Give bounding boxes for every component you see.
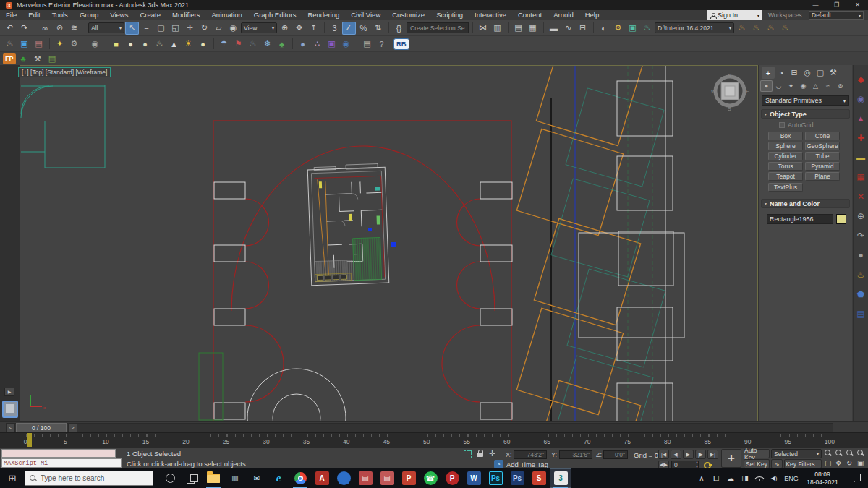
vray-delete-icon[interactable]: ✕ bbox=[854, 187, 867, 206]
camera-target-icon[interactable]: ⊕ bbox=[854, 206, 867, 226]
scene-converter-icon[interactable]: ⚙ bbox=[67, 38, 81, 51]
frame-spinner[interactable]: ▴▾ bbox=[696, 460, 698, 468]
task-view-icon[interactable] bbox=[181, 468, 203, 488]
clipboard-icon[interactable]: ▤ bbox=[360, 38, 374, 51]
edit-named-selection-sets-icon[interactable]: {} bbox=[392, 22, 406, 35]
render-shortcut-icon-2[interactable]: ♨ bbox=[749, 22, 763, 35]
wire-sphere-icon[interactable]: ◉ bbox=[854, 89, 867, 108]
layout-tab-arrow-button[interactable]: ▶ bbox=[4, 388, 14, 396]
menu-item[interactable]: Customize bbox=[386, 10, 430, 20]
add-key-plus-button[interactable]: + bbox=[721, 449, 741, 468]
select-and-move-icon[interactable]: ✛ bbox=[183, 22, 197, 35]
create-tab[interactable]: + bbox=[762, 67, 775, 79]
render-setup-icon[interactable]: ⚙ bbox=[611, 22, 625, 35]
viewport-label[interactable]: [+] [Top] [Standard] [Wireframe] bbox=[18, 67, 111, 77]
playback-button[interactable]: |▶ bbox=[695, 450, 706, 459]
tablet-mode-icon[interactable]: ⧠ bbox=[709, 474, 723, 483]
minimize-button[interactable]: — bbox=[805, 0, 826, 10]
start-button[interactable]: ⊞ bbox=[0, 468, 25, 488]
object-type-button[interactable]: Torus bbox=[768, 162, 803, 171]
render-shortcut-icon-1[interactable]: ♨ bbox=[735, 22, 749, 35]
schematic-view-icon[interactable]: ⊟ bbox=[576, 22, 590, 35]
sign-in-button[interactable]: Sign In ▾ bbox=[707, 10, 762, 20]
toggle-layer-explorer-icon[interactable]: ▦ bbox=[526, 22, 540, 35]
align-icon[interactable]: ▥ bbox=[490, 22, 504, 35]
curve-editor-icon[interactable]: ∿ bbox=[561, 22, 575, 35]
yellow-teapot-icon[interactable]: ♨ bbox=[854, 265, 867, 284]
camera-sequencer-icon[interactable]: ◉ bbox=[88, 38, 102, 51]
trees-icon[interactable]: ♣ bbox=[17, 52, 30, 65]
powerpoint-icon[interactable]: P bbox=[398, 468, 420, 488]
photoshop-blue-icon[interactable]: Ps bbox=[506, 468, 528, 488]
cone-primitive-icon[interactable]: ▲ bbox=[167, 38, 181, 51]
object-type-button[interactable]: Pyramid bbox=[805, 162, 840, 171]
object-type-button[interactable]: Cylinder bbox=[768, 152, 803, 160]
select-and-scale-icon[interactable]: ▱ bbox=[212, 22, 226, 35]
menu-item[interactable]: Views bbox=[104, 10, 134, 20]
object-color-swatch[interactable] bbox=[836, 214, 846, 224]
playback-button[interactable]: |◀ bbox=[658, 450, 669, 459]
select-object-icon[interactable]: ↖ bbox=[125, 22, 139, 35]
pinterest-icon[interactable]: P bbox=[441, 468, 463, 488]
mesh-triangle-icon[interactable]: ▲ bbox=[854, 108, 867, 128]
render-shortcut-icon-3[interactable]: ♨ bbox=[764, 22, 778, 35]
object-list-icon[interactable]: ▤ bbox=[46, 52, 59, 65]
vray-add-icon[interactable]: ✚ bbox=[854, 128, 867, 147]
render-production-icon[interactable]: ♨ bbox=[640, 22, 654, 35]
project-folder-dropdown[interactable]: D:\Interior 16 4 2021▾ bbox=[655, 22, 734, 33]
vray-grid-icon[interactable]: ▦ bbox=[854, 167, 867, 187]
notification-badge-icon[interactable]: ◨ bbox=[738, 474, 752, 482]
object-type-button[interactable]: Box bbox=[768, 132, 803, 140]
forest-pack-button[interactable]: FP bbox=[3, 53, 16, 64]
create-selection-set-input[interactable]: Create Selection Se bbox=[407, 22, 469, 33]
onedrive-cloud-icon[interactable]: ☁ bbox=[723, 474, 738, 482]
rendered-frame-window-icon[interactable]: ▣ bbox=[626, 22, 639, 35]
grass-icon[interactable]: ♣ bbox=[275, 38, 289, 51]
motion-tab[interactable]: ◎ bbox=[801, 67, 814, 79]
menu-item[interactable]: Rendering bbox=[302, 10, 345, 20]
state-sets-icon[interactable]: ▤ bbox=[32, 38, 46, 51]
pan-hand-icon[interactable]: ✥ bbox=[835, 459, 841, 467]
shapes-category[interactable]: ◡ bbox=[773, 80, 785, 92]
toggle-ribbon-icon[interactable]: ▬ bbox=[547, 22, 561, 35]
object-type-button[interactable]: Tube bbox=[805, 152, 840, 160]
app-sphere-icon[interactable] bbox=[333, 468, 354, 488]
helpers-category[interactable]: △ bbox=[809, 80, 822, 92]
blob-primitive-icon[interactable]: ● bbox=[124, 38, 137, 51]
zoom-region-icon[interactable]: ▢ bbox=[825, 459, 831, 467]
maximize-viewport-toggle-icon[interactable]: ▣ bbox=[857, 459, 864, 467]
blue-book-icon[interactable]: ▤ bbox=[854, 304, 867, 323]
percent-snap-toggle-icon[interactable]: % bbox=[357, 22, 370, 35]
vray-logo-icon[interactable]: ◆ bbox=[854, 69, 867, 89]
object-type-button[interactable]: Sphere bbox=[768, 142, 803, 150]
object-type-button[interactable]: Plane bbox=[805, 172, 840, 181]
auto-key-button[interactable]: Auto Key bbox=[744, 449, 770, 458]
light-lister-icon[interactable]: ✦ bbox=[53, 38, 67, 51]
pin-icon[interactable]: ⚑ bbox=[231, 38, 245, 51]
menu-item[interactable]: Content bbox=[512, 10, 548, 20]
menu-item[interactable]: Group bbox=[74, 10, 104, 20]
whatsapp-icon[interactable]: ☎ bbox=[420, 468, 441, 488]
chrome-icon[interactable] bbox=[289, 468, 311, 488]
maxscript-mini-listener-pink[interactable] bbox=[1, 449, 116, 458]
orbit-icon[interactable]: ↻ bbox=[846, 459, 852, 467]
maximize-button[interactable]: ❐ bbox=[826, 0, 847, 10]
object-name-input[interactable]: Rectangle1956 bbox=[767, 214, 833, 224]
cortana-icon[interactable] bbox=[159, 468, 181, 488]
window-crossing-toggle-icon[interactable]: ◱ bbox=[169, 22, 182, 35]
object-type-button[interactable]: Teapot bbox=[768, 172, 803, 181]
language-indicator[interactable]: ENG bbox=[781, 475, 801, 482]
sphere-gizmo-icon[interactable]: ◉ bbox=[339, 38, 353, 51]
angle-snap-toggle-icon[interactable]: ∠ bbox=[342, 22, 356, 35]
track-bar[interactable]: 0510152025303540455055606570758085909510… bbox=[0, 432, 868, 447]
rectangular-selection-region-icon[interactable]: ▢ bbox=[154, 22, 168, 35]
menu-item[interactable]: Modifiers bbox=[166, 10, 206, 20]
max-tools-icon[interactable]: ⚒ bbox=[31, 52, 45, 65]
time-slider-thumb[interactable]: 0 / 100 bbox=[16, 423, 67, 432]
playback-button[interactable]: ◀| bbox=[671, 450, 681, 459]
layout-tab-thumbnail[interactable] bbox=[2, 401, 18, 418]
material-editor-icon[interactable]: ◐ bbox=[597, 22, 610, 35]
mail-icon[interactable]: ✉ bbox=[246, 468, 268, 488]
volume-icon[interactable]: ◀) bbox=[767, 475, 781, 481]
mirror-icon[interactable]: ⋈ bbox=[476, 22, 490, 35]
